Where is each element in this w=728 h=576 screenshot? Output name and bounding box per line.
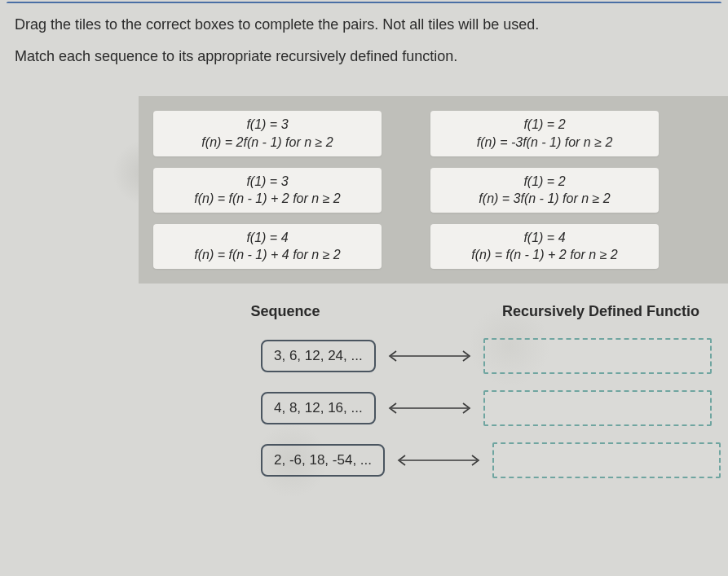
tile-option[interactable]: f(1) = 3 f(n) = f(n - 1) + 2 for n ≥ 2 [153,168,382,213]
function-header: Recursively Defined Functio [432,303,728,320]
tile-option[interactable]: f(1) = 3 f(n) = 2f(n - 1) for n ≥ 2 [153,111,382,156]
sequence-box[interactable]: 2, -6, 18, -54, ... [261,444,385,477]
drop-zone[interactable] [483,390,712,426]
tile-line-2: f(n) = f(n - 1) + 2 for n ≥ 2 [471,248,618,262]
tile-line-1: f(1) = 3 [246,174,288,188]
tile-option[interactable]: f(1) = 4 f(n) = f(n - 1) + 2 for n ≥ 2 [430,224,659,269]
double-arrow-icon [381,346,479,366]
double-arrow-icon [381,398,479,418]
tile-line-1: f(1) = 4 [246,231,288,244]
tile-line-2: f(n) = 2f(n - 1) for n ≥ 2 [201,135,333,149]
tile-option[interactable]: f(1) = 2 f(n) = 3f(n - 1) for n ≥ 2 [430,168,659,213]
sequence-box[interactable]: 4, 8, 12, 16, ... [261,392,376,424]
tile-option[interactable]: f(1) = 4 f(n) = f(n - 1) + 4 for n ≥ 2 [153,224,382,269]
drop-zone[interactable] [483,338,712,374]
drop-zone[interactable] [492,442,721,478]
tile-line-1: f(1) = 3 [246,117,288,131]
matching-area: Sequence Recursively Defined Functio 3, … [0,303,728,495]
tile-line-2: f(n) = f(n - 1) + 4 for n ≥ 2 [194,248,341,262]
tile-option[interactable]: f(1) = 2 f(n) = -3f(n - 1) for n ≥ 2 [430,111,659,156]
instruction-line-2: Match each sequence to its appropriate r… [15,46,713,67]
sequence-box[interactable]: 3, 6, 12, 24, ... [261,340,376,372]
instructions: Drag the tiles to the correct boxes to c… [0,3,728,83]
tile-line-2: f(n) = f(n - 1) + 2 for n ≥ 2 [194,191,341,205]
match-row: 2, -6, 18, -54, ... [139,442,728,478]
tile-line-2: f(n) = 3f(n - 1) for n ≥ 2 [479,191,610,205]
tile-line-1: f(1) = 2 [523,174,565,188]
match-row: 4, 8, 12, 16, ... [139,390,728,426]
tile-line-1: f(1) = 4 [523,231,565,244]
double-arrow-icon [390,451,488,470]
match-row: 3, 6, 12, 24, ... [139,338,728,374]
sequence-header: Sequence [139,303,432,320]
tile-line-1: f(1) = 2 [523,117,565,131]
instruction-line-1: Drag the tiles to the correct boxes to c… [15,15,713,35]
tile-line-2: f(n) = -3f(n - 1) for n ≥ 2 [477,135,613,149]
tiles-area: f(1) = 3 f(n) = 2f(n - 1) for n ≥ 2 f(1)… [139,96,728,284]
